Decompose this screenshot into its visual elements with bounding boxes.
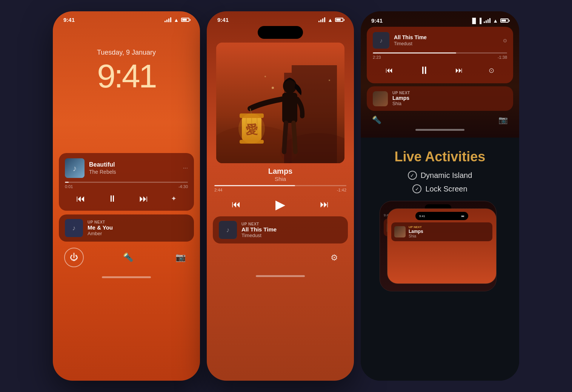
front-phone-content: UP NEXT Lamps Shia — [387, 220, 496, 243]
up-next-widget: ♪ UP NEXT Me & You Amber — [59, 214, 194, 242]
svg-point-19 — [238, 113, 265, 144]
phone3-up-next-title: Lamps — [392, 95, 410, 101]
phone3-track-info: All This Time Timedust — [394, 34, 498, 46]
phone1-status-bar: 9:41 ▲ — [53, 11, 200, 26]
svg-text:♪: ♪ — [226, 226, 230, 234]
phone3-track-title: All This Time — [394, 34, 498, 40]
phone3-progress[interactable]: 2:23 -1:38 — [373, 52, 507, 60]
time-remaining: -4:30 — [178, 184, 188, 189]
svg-rect-7 — [292, 65, 337, 163]
phone3-time-remaining: -1:38 — [498, 55, 507, 60]
album-art: ♪ — [65, 158, 85, 178]
next-button[interactable]: ⏭ — [136, 192, 151, 205]
phone2-time-remaining: -1:42 — [337, 188, 346, 192]
phone2-progress-bar — [214, 185, 346, 186]
phone3-status-icons: ▐▌▐ ▲ — [470, 18, 509, 24]
phone3-flashlight-icon[interactable]: 🔦 — [372, 115, 381, 124]
phone1-lockscreen: 9:41 ▲ Tuesday, 9 January 9:41 — [53, 11, 200, 381]
stacked-phones: 9:41 UP NEXT Lamps Shia — [376, 201, 504, 299]
feature-label-2: Lock Screen — [425, 185, 467, 193]
phone3-next-button[interactable]: ⏭ — [452, 64, 466, 76]
check-icon-2: ✓ — [412, 184, 421, 193]
phone2-track-info: Lamps Shia — [207, 167, 354, 182]
pause-button[interactable]: ⏸ — [105, 192, 120, 205]
feature-label-1: Dynamic Island — [421, 171, 472, 180]
airplay-icon[interactable]: ⊙ — [503, 38, 507, 43]
phone3-camera-icon[interactable]: 📷 — [498, 115, 508, 124]
playback-controls: ⏮ ⏸ ⏭ ✦ — [65, 192, 188, 205]
phone3-time-current: 2:23 — [373, 55, 381, 60]
front-phone-artist: Shia — [409, 234, 423, 238]
prev-button[interactable]: ⏮ — [73, 192, 88, 205]
phone3-track-artist: Timedust — [394, 41, 498, 46]
svg-point-9 — [283, 78, 297, 93]
phone3-progress-times: 2:23 -1:38 — [373, 55, 507, 60]
lock-date-area: Tuesday, 9 January 9:41 — [53, 49, 200, 93]
track-artist: The Rebels — [89, 169, 178, 175]
wifi-icon: ▲ — [174, 17, 179, 23]
phone2-progress-fill — [214, 185, 295, 186]
front-phone-title: Lamps — [409, 229, 423, 234]
check-icon-1: ✓ — [408, 171, 417, 180]
phone3-progress-bar — [373, 52, 507, 54]
phone3-up-next-artist: Shia — [392, 101, 410, 106]
phone2-track-title: Lamps — [207, 167, 354, 176]
phone3-status-time: 9:41 — [371, 17, 383, 24]
up-next-label: UP NEXT — [88, 220, 113, 224]
phone2-time-current: 2:44 — [214, 188, 222, 192]
phone3-now-playing[interactable]: ♪ All This Time Timedust ⊙ 2:23 — [367, 27, 513, 83]
phone2-up-next-info: UP NEXT All This Time Timedust — [241, 222, 277, 238]
phone2-progress-times: 2:44 -1:42 — [214, 188, 346, 192]
flashlight-icon[interactable]: 🔦 — [120, 249, 136, 266]
phone3-airplay-button[interactable]: ⊙ — [486, 65, 497, 76]
phone2-up-next-title: All This Time — [241, 226, 277, 233]
bluetooth-icon[interactable]: ✦ — [168, 193, 180, 204]
phone2-track-artist: Shia — [207, 176, 354, 182]
phone2-controls: ⏮ ▶ ⏭ — [214, 195, 346, 213]
power-button[interactable]: ⏻ — [64, 248, 84, 267]
battery-icon — [335, 18, 343, 22]
svg-text:♪: ♪ — [73, 164, 77, 173]
front-phone-label: UP NEXT — [409, 225, 423, 229]
svg-rect-10 — [282, 93, 297, 123]
phone3-status-bar: 9:41 ▐▌▐ ▲ — [361, 11, 519, 27]
phone2-next-button[interactable]: ⏭ — [317, 198, 332, 211]
signal-icon — [318, 17, 325, 22]
phone2-bottom-bar: ⚙ — [207, 243, 354, 272]
phone2-up-next-artist: Timedust — [241, 233, 277, 238]
progress-bar — [65, 182, 188, 183]
lock-date-text: Tuesday, 9 January — [60, 49, 192, 57]
live-feature-dynamic-island: ✓ Dynamic Island — [408, 171, 472, 180]
progress-container[interactable]: 0:01 -4:30 — [65, 182, 188, 189]
up-next-title: Me & You — [88, 224, 113, 231]
phone3-up-next: UP NEXT Lamps Shia — [367, 86, 513, 111]
now-playing-widget[interactable]: ♪ Beautiful The Rebels ··· 0:01 -4:30 ⏮ — [59, 153, 194, 211]
phone2-progress-area[interactable]: 2:44 -1:42 — [214, 185, 346, 192]
battery-icon — [500, 18, 509, 23]
phone3-prev-button[interactable]: ⏮ — [383, 64, 396, 76]
svg-text:♪: ♪ — [72, 224, 76, 232]
phone2-settings-icon[interactable]: ⚙ — [326, 250, 343, 266]
up-next-album-art: ♪ — [65, 219, 83, 237]
front-di-next-icon: ⏭ — [461, 214, 464, 218]
more-button[interactable]: ··· — [183, 165, 188, 172]
phone2-status-time: 9:41 — [217, 17, 229, 23]
front-di-time: 9:41 — [419, 214, 425, 218]
wifi-icon: ▲ — [493, 18, 498, 24]
phone2-music-app: 9:41 ▲ — [207, 11, 354, 381]
phone3-progress-fill — [373, 52, 456, 54]
phone1-status-icons: ▲ — [165, 17, 189, 23]
camera-icon[interactable]: 📷 — [172, 249, 189, 266]
phone2-play-button[interactable]: ▶ — [272, 195, 288, 213]
dynamic-island — [258, 26, 303, 39]
front-phone: 9:41 ⏭ UP NEXT Lamps Shia — [387, 208, 497, 284]
phone2-prev-button[interactable]: ⏮ — [229, 198, 244, 211]
bottom-bar: ⏻ 🔦 📷 — [53, 242, 200, 273]
equalizer-icon: ▐▌▐ — [470, 18, 481, 24]
svg-point-21 — [264, 76, 266, 77]
live-feature-lock-screen: ✓ Lock Screen — [412, 184, 467, 193]
phone3-pause-button[interactable]: ⏸ — [416, 63, 432, 78]
phone3-up-next-art — [373, 91, 388, 106]
phone1-status-time: 9:41 — [63, 17, 75, 23]
phone2-status-bar: 9:41 ▲ — [207, 11, 354, 26]
